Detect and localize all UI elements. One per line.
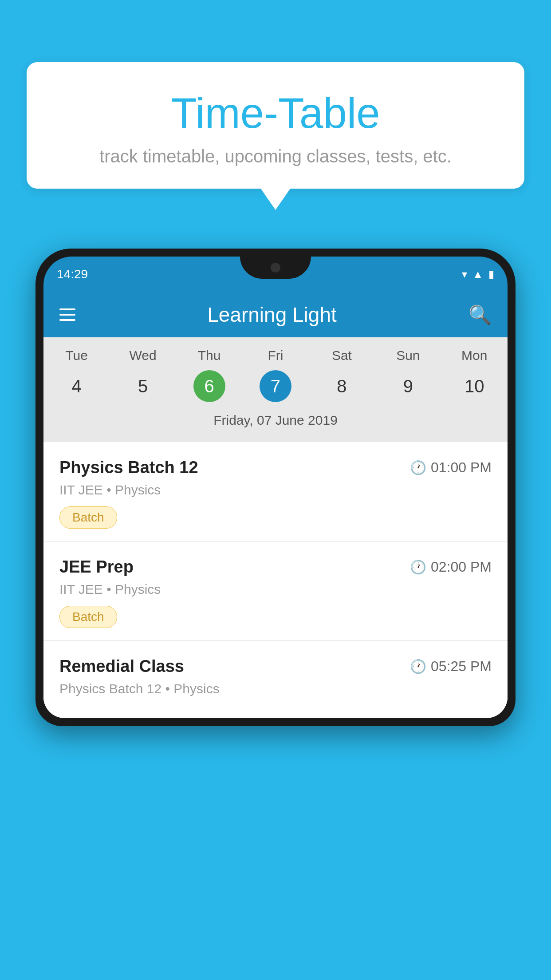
day-headers: Tue Wed Thu Fri Sat Sun Mon [43,348,508,363]
subtitle: track timetable, upcoming classes, tests… [44,146,507,166]
time-value-2: 02:00 PM [431,559,492,575]
clock-icon-1: 🕐 [410,460,426,475]
schedule-title-3: Remedial Class [59,657,184,676]
schedule-title-1: Physics Batch 12 [59,458,198,477]
phone-outer: 14:29 ▾ ▲ ▮ Learning Light 🔍 [35,249,516,726]
status-icons: ▾ ▲ ▮ [462,268,494,281]
day-sat[interactable]: Sat [309,348,375,363]
schedule-subtitle-3: Physics Batch 12 • Physics [59,681,492,696]
status-bar: 14:29 ▾ ▲ ▮ [43,257,508,292]
camera [271,263,280,273]
schedule-item-1-header: Physics Batch 12 🕐 01:00 PM [59,458,492,477]
phone-screen: Learning Light 🔍 Tue Wed Thu Fri Sat Sun… [43,292,508,718]
day-mon[interactable]: Mon [441,348,508,363]
date-5[interactable]: 5 [110,370,176,402]
schedule-item-2[interactable]: JEE Prep 🕐 02:00 PM IIT JEE • Physics Ba… [43,541,508,641]
schedule-subtitle-1: IIT JEE • Physics [59,482,492,498]
clock-icon-3: 🕐 [410,659,426,674]
day-wed[interactable]: Wed [110,348,176,363]
date-10[interactable]: 10 [441,370,508,402]
wifi-icon: ▾ [462,268,467,281]
clock-icon-2: 🕐 [410,559,426,575]
date-6-today[interactable]: 6 [193,370,225,402]
schedule-item-1[interactable]: Physics Batch 12 🕐 01:00 PM IIT JEE • Ph… [43,442,508,541]
schedule-item-2-header: JEE Prep 🕐 02:00 PM [59,557,492,577]
date-8[interactable]: 8 [309,370,375,402]
day-numbers: 4 5 6 7 8 9 10 [43,370,508,402]
speech-bubble-container: Time-Table track timetable, upcoming cla… [27,62,524,189]
day-sun[interactable]: Sun [375,348,441,363]
app-header: Learning Light 🔍 [43,292,508,337]
date-7-selected[interactable]: 7 [260,370,291,402]
schedule-time-2: 🕐 02:00 PM [410,559,492,575]
main-title: Time-Table [44,89,507,138]
menu-button[interactable] [59,308,75,321]
date-4[interactable]: 4 [43,370,110,402]
schedule-title-2: JEE Prep [59,557,134,577]
schedule-subtitle-2: IIT JEE • Physics [59,582,492,597]
calendar-strip: Tue Wed Thu Fri Sat Sun Mon 4 5 6 7 8 9 … [43,337,508,442]
batch-badge-1: Batch [59,506,117,529]
phone-notch [240,257,311,279]
schedule-list: Physics Batch 12 🕐 01:00 PM IIT JEE • Ph… [43,442,508,718]
search-icon[interactable]: 🔍 [468,304,492,326]
schedule-item-3[interactable]: Remedial Class 🕐 05:25 PM Physics Batch … [43,641,508,718]
selected-date-label: Friday, 07 June 2019 [43,409,508,435]
battery-icon: ▮ [488,268,494,281]
time-value-1: 01:00 PM [431,459,492,476]
speech-bubble: Time-Table track timetable, upcoming cla… [27,62,524,189]
schedule-time-1: 🕐 01:00 PM [410,459,492,476]
date-9[interactable]: 9 [375,370,441,402]
time-value-3: 05:25 PM [431,658,492,675]
signal-icon: ▲ [472,268,483,281]
status-time: 14:29 [57,267,88,281]
batch-badge-2: Batch [59,606,117,628]
schedule-time-3: 🕐 05:25 PM [410,658,492,675]
schedule-item-3-header: Remedial Class 🕐 05:25 PM [59,657,492,676]
phone-mockup: 14:29 ▾ ▲ ▮ Learning Light 🔍 [35,249,516,980]
day-tue[interactable]: Tue [43,348,110,363]
app-title: Learning Light [207,303,337,327]
day-fri[interactable]: Fri [242,348,308,363]
day-thu[interactable]: Thu [176,348,242,363]
